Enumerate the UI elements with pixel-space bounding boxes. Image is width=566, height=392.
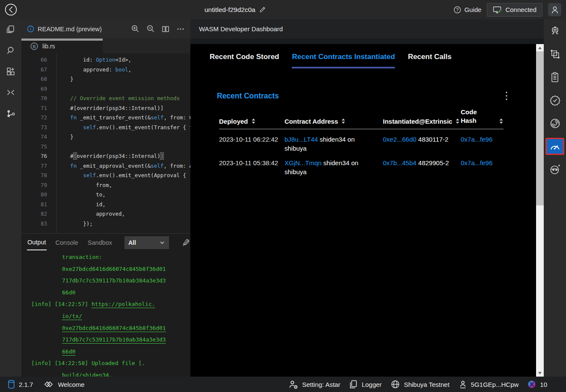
dashboard-tab-bar: Recent Code StoredRecent Contracts Insta… bbox=[210, 53, 536, 68]
dashboard-tab-recent-calls[interactable]: Recent Calls bbox=[408, 53, 451, 68]
column-header-instantiated-extrinsic[interactable]: Instantiated@Extrinsic bbox=[383, 118, 461, 125]
openai-button[interactable] bbox=[545, 115, 564, 132]
clear-log-icon[interactable] bbox=[181, 238, 190, 247]
code-text: } bbox=[57, 74, 74, 84]
search-icon bbox=[6, 45, 16, 56]
line-number: 83 bbox=[21, 219, 47, 229]
dashboard-tab-recent-contracts-instantiated[interactable]: Recent Contracts Instantiated bbox=[292, 53, 395, 68]
extrinsic-cell: 0x7b...45b4 4829905-2 bbox=[383, 158, 461, 176]
dashboard-scrollbar[interactable] bbox=[536, 44, 544, 377]
code-line: 82 approved, bbox=[21, 209, 190, 219]
sort-icon[interactable] bbox=[499, 118, 504, 125]
dashboard-title: WASM Developer Dashboard bbox=[199, 25, 283, 33]
git-branch-button[interactable] bbox=[4, 108, 18, 119]
sort-icon[interactable] bbox=[455, 118, 460, 125]
status-item-welcome[interactable]: Welcome bbox=[43, 379, 84, 389]
more-actions-icon[interactable] bbox=[176, 25, 185, 33]
dashboard-tab-recent-code-stored[interactable]: Recent Code Stored bbox=[210, 53, 279, 68]
table-row: 2023-10-11 05:38:42XGjN...Tmqn shiden34 … bbox=[219, 153, 504, 176]
code-line: 78 self.env().emit_event(Approval { bbox=[21, 171, 190, 181]
group-objects-button[interactable] bbox=[545, 45, 564, 62]
copy-icon bbox=[349, 380, 358, 389]
extensions-button[interactable] bbox=[4, 66, 18, 77]
extrinsic-link[interactable]: 0x7b...45b4 bbox=[383, 159, 416, 166]
code-text: from, bbox=[57, 181, 112, 190]
status-item-2-1-7[interactable]: 2.1.7 bbox=[8, 380, 33, 389]
status-item-setting-astar[interactable]: Setting: Astar bbox=[288, 380, 340, 389]
column-header-contract-address[interactable]: Contract Address bbox=[284, 118, 383, 125]
scrollbar-down-arrow[interactable] bbox=[536, 369, 544, 377]
scrollbar-thumb[interactable] bbox=[536, 51, 544, 205]
project-title-text: untitled-f29d2c0a bbox=[204, 6, 255, 14]
output-tab-output[interactable]: Output bbox=[27, 235, 47, 250]
extensions-icon bbox=[6, 66, 16, 77]
zoom-out-icon[interactable] bbox=[146, 24, 155, 33]
avatar-button[interactable] bbox=[548, 3, 561, 16]
editor-toolbar: README.md (preview) bbox=[21, 19, 190, 39]
log-line: 66d0 bbox=[21, 287, 190, 299]
app-window: untitled-f29d2c0a ? Guide Connected bbox=[0, 0, 566, 392]
code-line: 74 } bbox=[21, 132, 190, 142]
log-link[interactable]: io/tx/ bbox=[62, 313, 82, 319]
tab-lib-rs[interactable]: R lib.rs bbox=[21, 39, 103, 53]
log-filter-select[interactable]: All bbox=[124, 236, 169, 249]
back-button[interactable] bbox=[4, 3, 18, 16]
code-text: approved: bool, bbox=[57, 65, 131, 75]
output-tab-console[interactable]: Console bbox=[55, 235, 79, 250]
log-link[interactable]: 0xe27bdcd6416d66074c845b8f36d01 bbox=[62, 325, 166, 331]
collapse-button[interactable] bbox=[4, 87, 18, 98]
kebab-menu-icon[interactable] bbox=[505, 91, 508, 101]
incognito-button[interactable] bbox=[545, 161, 564, 178]
database-icon bbox=[8, 380, 15, 389]
status-item-logger[interactable]: Logger bbox=[349, 380, 382, 389]
zoom-in-icon[interactable] bbox=[130, 24, 139, 33]
status-item-shibuya-testnet[interactable]: Shibuya Testnet bbox=[391, 380, 449, 389]
sort-icon[interactable] bbox=[251, 118, 256, 125]
clipboard-button[interactable] bbox=[545, 68, 564, 86]
output-tab-sandbox[interactable]: Sandbox bbox=[87, 235, 113, 250]
code-line: 70 // Override event emission methods bbox=[21, 94, 190, 104]
contract-address-link[interactable]: XGjN...Tmqn bbox=[284, 159, 322, 166]
group-objects-icon bbox=[549, 48, 561, 60]
top-bar: untitled-f29d2c0a ? Guide Connected bbox=[0, 0, 566, 19]
extrinsic-link[interactable]: 0xe2...66d0 bbox=[383, 136, 416, 143]
search-button[interactable] bbox=[4, 45, 18, 56]
connected-button[interactable]: Connected bbox=[487, 3, 542, 17]
info-icon bbox=[27, 25, 34, 33]
guide-button[interactable]: ? Guide bbox=[453, 6, 481, 14]
edit-pencil-icon[interactable] bbox=[259, 6, 266, 13]
split-editor-icon[interactable] bbox=[161, 25, 170, 33]
scrollbar-up-arrow[interactable] bbox=[536, 44, 544, 51]
line-number: 69 bbox=[21, 84, 47, 94]
code-line: 71 #[overrider(psp34::Internal)] bbox=[21, 104, 190, 113]
column-header-code-hash[interactable]: CodeHash bbox=[461, 108, 504, 125]
contract-address-link[interactable]: bJ8u...LT44 bbox=[284, 136, 318, 143]
log-link[interactable]: 66d0 bbox=[62, 348, 75, 355]
column-header-deployed[interactable]: Deployed bbox=[219, 118, 284, 125]
robot-button[interactable] bbox=[545, 22, 564, 39]
log-line: 717db7c7c539117b7b10ab384a3e3d3 bbox=[21, 334, 190, 346]
log-link[interactable]: https://polkaholic. bbox=[92, 301, 155, 307]
output-log: transaction:0xe27bdcd6416d66074c845b8f36… bbox=[21, 251, 190, 377]
speedometer-icon bbox=[549, 141, 561, 151]
contract-address-cell: bJ8u...LT44 shiden34 on shibuya bbox=[284, 135, 383, 153]
speedometer-button[interactable] bbox=[545, 138, 564, 155]
code-hash-link[interactable]: 0x7a...fe96 bbox=[461, 136, 492, 143]
verified-badge-button[interactable] bbox=[545, 92, 564, 109]
code-line: 80 to, bbox=[21, 190, 190, 200]
code-text: id, bbox=[57, 200, 106, 210]
code-text: id: Option<Id>, bbox=[57, 55, 131, 65]
log-line: 717db7c7c539117b7b10ab384a3e3d3 bbox=[21, 275, 190, 287]
code-editor[interactable]: 66 id: Option<Id>,67 approved: bool,68 }… bbox=[21, 53, 190, 233]
readme-preview-tab[interactable]: README.md (preview) bbox=[27, 25, 102, 33]
code-line: 69 bbox=[21, 84, 190, 94]
status-item-10[interactable]: 10 bbox=[527, 380, 547, 389]
file-tab-label: lib.rs bbox=[42, 43, 55, 50]
code-hash-link[interactable]: 0x7a...fe96 bbox=[461, 159, 492, 166]
code-text: } bbox=[57, 132, 74, 142]
code-line: 68 } bbox=[21, 74, 190, 84]
status-item-5g1gep-hcpw[interactable]: 5G1GEp...HCpw bbox=[459, 380, 519, 389]
sort-icon[interactable] bbox=[341, 118, 346, 125]
files-button[interactable] bbox=[4, 24, 18, 35]
log-link[interactable]: 717db7c7c539117b7b10ab384a3e3d3 bbox=[62, 336, 166, 343]
